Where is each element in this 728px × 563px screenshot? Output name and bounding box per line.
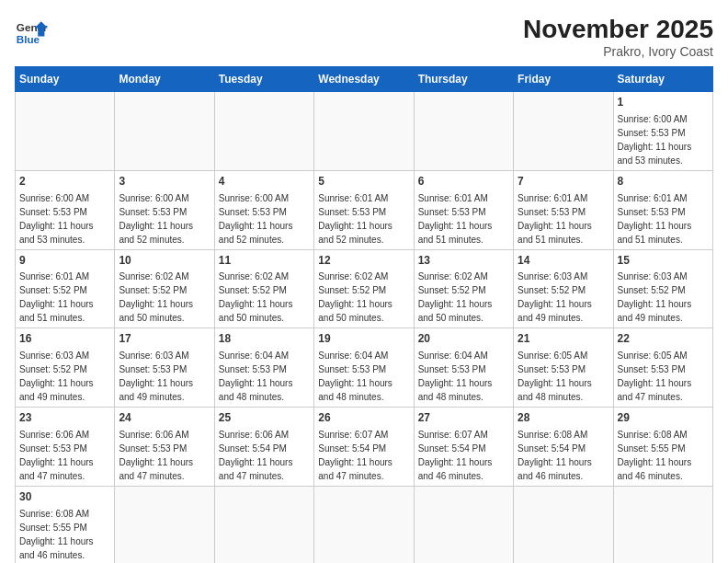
title-area: November 2025 Prakro, Ivory Coast xyxy=(523,15,713,59)
day-info: Sunrise: 6:06 AM Sunset: 5:53 PM Dayligh… xyxy=(19,428,110,483)
day-info: Sunrise: 6:03 AM Sunset: 5:52 PM Dayligh… xyxy=(518,270,609,325)
day-cell xyxy=(613,486,712,563)
day-cell: 3Sunrise: 6:00 AM Sunset: 5:53 PM Daylig… xyxy=(115,170,214,249)
col-header-sunday: Sunday xyxy=(16,67,115,92)
day-number: 27 xyxy=(418,410,509,426)
day-cell: 17Sunrise: 6:03 AM Sunset: 5:53 PM Dayli… xyxy=(115,328,214,408)
day-number: 14 xyxy=(518,253,609,269)
day-number: 23 xyxy=(19,410,110,426)
day-number: 21 xyxy=(518,331,609,347)
day-cell: 12Sunrise: 6:02 AM Sunset: 5:52 PM Dayli… xyxy=(314,249,414,328)
month-title: November 2025 xyxy=(523,15,713,44)
day-cell: 30Sunrise: 6:08 AM Sunset: 5:55 PM Dayli… xyxy=(16,486,115,563)
col-header-monday: Monday xyxy=(115,67,214,92)
col-header-tuesday: Tuesday xyxy=(214,67,313,92)
col-header-friday: Friday xyxy=(514,67,613,92)
day-info: Sunrise: 6:00 AM Sunset: 5:53 PM Dayligh… xyxy=(19,191,110,247)
day-cell: 26Sunrise: 6:07 AM Sunset: 5:54 PM Dayli… xyxy=(314,408,414,487)
day-info: Sunrise: 6:00 AM Sunset: 5:53 PM Dayligh… xyxy=(119,191,210,247)
day-number: 28 xyxy=(518,410,609,426)
day-number: 20 xyxy=(418,331,509,347)
day-cell xyxy=(214,486,313,563)
day-info: Sunrise: 6:06 AM Sunset: 5:54 PM Dayligh… xyxy=(219,428,310,483)
day-number: 26 xyxy=(318,410,409,426)
day-cell: 10Sunrise: 6:02 AM Sunset: 5:52 PM Dayli… xyxy=(115,249,214,328)
day-info: Sunrise: 6:08 AM Sunset: 5:55 PM Dayligh… xyxy=(19,507,110,562)
day-cell xyxy=(16,92,115,171)
day-number: 8 xyxy=(618,174,709,190)
day-cell xyxy=(314,486,414,563)
day-number: 13 xyxy=(418,253,509,269)
day-info: Sunrise: 6:05 AM Sunset: 5:53 PM Dayligh… xyxy=(618,349,709,404)
week-row-1: 1Sunrise: 6:00 AM Sunset: 5:53 PM Daylig… xyxy=(16,92,713,171)
week-row-3: 9Sunrise: 6:01 AM Sunset: 5:52 PM Daylig… xyxy=(16,249,713,328)
day-info: Sunrise: 6:07 AM Sunset: 5:54 PM Dayligh… xyxy=(318,428,409,483)
svg-text:Blue: Blue xyxy=(17,33,40,45)
col-header-saturday: Saturday xyxy=(613,67,712,92)
day-cell: 9Sunrise: 6:01 AM Sunset: 5:52 PM Daylig… xyxy=(16,249,115,328)
day-info: Sunrise: 6:04 AM Sunset: 5:53 PM Dayligh… xyxy=(219,349,310,404)
day-info: Sunrise: 6:03 AM Sunset: 5:52 PM Dayligh… xyxy=(618,270,709,325)
day-number: 12 xyxy=(318,253,409,269)
week-row-6: 30Sunrise: 6:08 AM Sunset: 5:55 PM Dayli… xyxy=(16,486,713,563)
day-info: Sunrise: 6:02 AM Sunset: 5:52 PM Dayligh… xyxy=(418,270,509,325)
day-number: 15 xyxy=(618,253,709,269)
week-row-5: 23Sunrise: 6:06 AM Sunset: 5:53 PM Dayli… xyxy=(16,408,713,487)
header: General Blue November 2025 Prakro, Ivory… xyxy=(15,15,713,59)
day-cell: 21Sunrise: 6:05 AM Sunset: 5:53 PM Dayli… xyxy=(514,328,613,408)
day-number: 5 xyxy=(318,174,409,190)
day-info: Sunrise: 6:03 AM Sunset: 5:53 PM Dayligh… xyxy=(119,349,210,404)
day-info: Sunrise: 6:07 AM Sunset: 5:54 PM Dayligh… xyxy=(418,428,509,483)
day-cell: 20Sunrise: 6:04 AM Sunset: 5:53 PM Dayli… xyxy=(414,328,513,408)
day-cell: 14Sunrise: 6:03 AM Sunset: 5:52 PM Dayli… xyxy=(514,249,613,328)
day-cell xyxy=(115,486,214,563)
day-cell xyxy=(214,92,313,171)
day-number: 1 xyxy=(618,95,709,110)
day-cell: 2Sunrise: 6:00 AM Sunset: 5:53 PM Daylig… xyxy=(16,170,115,249)
day-cell: 5Sunrise: 6:01 AM Sunset: 5:53 PM Daylig… xyxy=(314,170,414,249)
day-number: 19 xyxy=(318,331,409,347)
day-cell xyxy=(414,92,513,171)
day-number: 22 xyxy=(618,331,709,347)
day-cell xyxy=(314,92,414,171)
day-cell xyxy=(514,92,613,171)
day-cell: 29Sunrise: 6:08 AM Sunset: 5:55 PM Dayli… xyxy=(613,408,712,487)
day-cell: 24Sunrise: 6:06 AM Sunset: 5:53 PM Dayli… xyxy=(115,408,214,487)
day-info: Sunrise: 6:04 AM Sunset: 5:53 PM Dayligh… xyxy=(318,349,409,404)
col-header-wednesday: Wednesday xyxy=(314,67,414,92)
day-info: Sunrise: 6:01 AM Sunset: 5:53 PM Dayligh… xyxy=(418,191,509,247)
day-number: 18 xyxy=(219,331,310,347)
day-cell: 19Sunrise: 6:04 AM Sunset: 5:53 PM Dayli… xyxy=(314,328,414,408)
day-number: 11 xyxy=(219,253,310,269)
day-number: 29 xyxy=(618,410,709,426)
day-cell: 22Sunrise: 6:05 AM Sunset: 5:53 PM Dayli… xyxy=(613,328,712,408)
day-cell: 6Sunrise: 6:01 AM Sunset: 5:53 PM Daylig… xyxy=(414,170,513,249)
calendar-table: SundayMondayTuesdayWednesdayThursdayFrid… xyxy=(15,66,713,563)
day-info: Sunrise: 6:00 AM Sunset: 5:53 PM Dayligh… xyxy=(219,191,310,247)
day-cell xyxy=(514,486,613,563)
day-info: Sunrise: 6:01 AM Sunset: 5:52 PM Dayligh… xyxy=(19,270,110,325)
day-info: Sunrise: 6:06 AM Sunset: 5:53 PM Dayligh… xyxy=(119,428,210,483)
day-info: Sunrise: 6:00 AM Sunset: 5:53 PM Dayligh… xyxy=(618,112,709,167)
day-cell xyxy=(115,92,214,171)
day-cell: 7Sunrise: 6:01 AM Sunset: 5:53 PM Daylig… xyxy=(514,170,613,249)
day-number: 9 xyxy=(19,253,110,269)
day-info: Sunrise: 6:01 AM Sunset: 5:53 PM Dayligh… xyxy=(518,191,609,247)
day-info: Sunrise: 6:05 AM Sunset: 5:53 PM Dayligh… xyxy=(518,349,609,404)
day-cell: 27Sunrise: 6:07 AM Sunset: 5:54 PM Dayli… xyxy=(414,408,513,487)
day-info: Sunrise: 6:08 AM Sunset: 5:54 PM Dayligh… xyxy=(518,428,609,483)
day-info: Sunrise: 6:08 AM Sunset: 5:55 PM Dayligh… xyxy=(618,428,709,483)
logo-icon: General Blue xyxy=(15,15,48,48)
week-row-2: 2Sunrise: 6:00 AM Sunset: 5:53 PM Daylig… xyxy=(16,170,713,249)
day-cell: 4Sunrise: 6:00 AM Sunset: 5:53 PM Daylig… xyxy=(214,170,313,249)
day-info: Sunrise: 6:01 AM Sunset: 5:53 PM Dayligh… xyxy=(618,191,709,247)
day-cell xyxy=(414,486,513,563)
day-cell: 8Sunrise: 6:01 AM Sunset: 5:53 PM Daylig… xyxy=(613,170,712,249)
day-cell: 25Sunrise: 6:06 AM Sunset: 5:54 PM Dayli… xyxy=(214,408,313,487)
col-header-thursday: Thursday xyxy=(414,67,513,92)
day-number: 25 xyxy=(219,410,310,426)
day-cell: 16Sunrise: 6:03 AM Sunset: 5:52 PM Dayli… xyxy=(16,328,115,408)
day-number: 16 xyxy=(19,331,110,347)
day-cell: 18Sunrise: 6:04 AM Sunset: 5:53 PM Dayli… xyxy=(214,328,313,408)
day-info: Sunrise: 6:02 AM Sunset: 5:52 PM Dayligh… xyxy=(318,270,409,325)
